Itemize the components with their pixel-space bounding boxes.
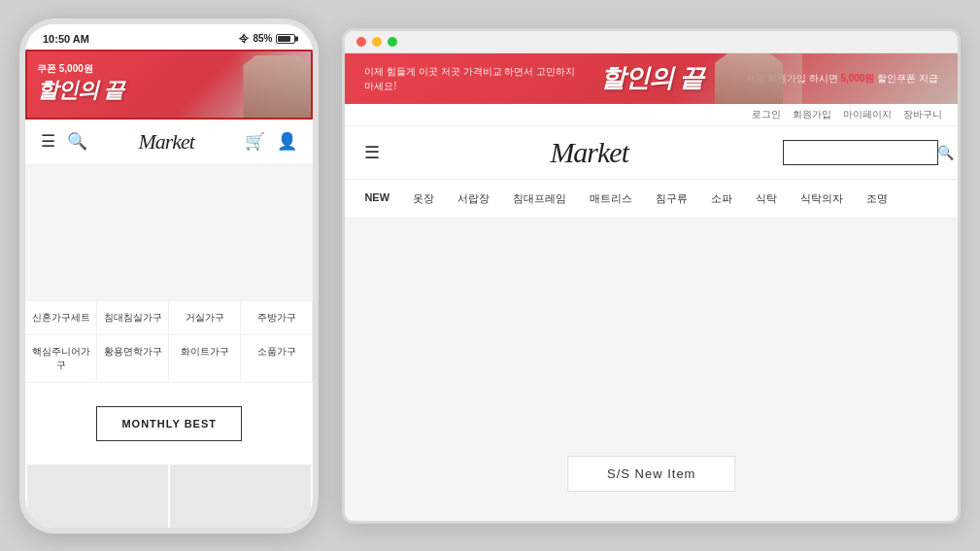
mobile-status-right: 令 85% — [239, 32, 295, 46]
desktop-cat-침구류[interactable]: 침구류 — [644, 188, 699, 210]
battery-icon — [276, 34, 295, 44]
mobile-category-grid: 신혼가구세트 침대침실가구 거실가구 주방가구 핵심주니어가구 황용면학가구 화… — [25, 300, 313, 383]
window-maximize-button[interactable] — [388, 37, 397, 47]
mobile-banner[interactable]: 쿠폰 5,000원 할인의 끝 — [25, 50, 313, 120]
mobile-cat-황용면학가구[interactable]: 황용면학가구 — [97, 335, 169, 383]
desktop-cat-서랍장[interactable]: 서랍장 — [446, 188, 501, 210]
desktop-banner-left-text: 이제 힘들게 이곳 저곳 가격비교 하면서 고민하지 마세요! — [364, 64, 580, 93]
desktop-device: 이제 힘들게 이곳 저곳 가격비교 하면서 고민하지 마세요! 할인의 끝 지금… — [342, 28, 961, 524]
mobile-cat-소품가구[interactable]: 소품가구 — [241, 335, 313, 383]
desktop-cat-식탁[interactable]: 식탁 — [744, 188, 789, 210]
desktop-cat-매트리스[interactable]: 매트리스 — [578, 188, 644, 210]
mobile-cat-거실가구[interactable]: 거실가구 — [169, 301, 241, 335]
desktop-cat-nav: NEW 옷장 서랍장 침대프레임 매트리스 침구류 소파 식탁 식탁의자 조명 — [345, 180, 958, 219]
mobile-product-thumbs — [25, 465, 313, 528]
desktop-search-input[interactable] — [792, 146, 937, 159]
window-close-button[interactable] — [356, 37, 366, 47]
desktop-cat-소파[interactable]: 소파 — [699, 188, 744, 210]
mobile-cat-주방가구[interactable]: 주방가구 — [241, 301, 313, 335]
mobile-product-grid — [25, 165, 313, 300]
battery-percent: 85% — [253, 33, 272, 44]
top-link-signup[interactable]: 회원가입 — [793, 108, 831, 121]
desktop-search-icon[interactable]: 🔍 — [937, 145, 954, 160]
desktop-model-silhouette — [715, 53, 783, 104]
desktop-titlebar — [345, 31, 958, 53]
search-icon[interactable]: 🔍 — [67, 131, 87, 152]
mobile-cat-핵심주니어가구[interactable]: 핵심주니어가구 — [25, 335, 97, 383]
desktop-logo: Market — [395, 136, 783, 169]
desktop-top-links: 로그인 회원가입 마이페이지 장바구니 — [345, 104, 958, 126]
desktop-banner[interactable]: 이제 힘들게 이곳 저곳 가격비교 하면서 고민하지 마세요! 할인의 끝 지금… — [345, 53, 958, 104]
desktop-content: S/S New Item — [345, 219, 958, 521]
top-link-cart[interactable]: 장바구니 — [903, 108, 942, 121]
mobile-nav-left-icons: ☰ 🔍 — [41, 131, 87, 152]
mobile-banner-models — [233, 52, 311, 120]
mobile-cat-침대침실가구[interactable]: 침대침실가구 — [97, 301, 169, 335]
mobile-product-thumb-1[interactable] — [27, 465, 168, 528]
monthly-best-button[interactable]: MONTHLY BEST — [96, 406, 242, 441]
mobile-cat-화이트가구[interactable]: 화이트가구 — [169, 335, 241, 383]
desktop-hamburger-icon[interactable]: ☰ — [364, 142, 380, 163]
model-silhouette — [243, 55, 311, 120]
desktop-banner-models — [715, 53, 802, 104]
mobile-status-bar: 10:50 AM 令 85% — [25, 24, 313, 50]
mobile-product-thumb-2[interactable] — [170, 465, 311, 528]
scene: 10:50 AM 令 85% 쿠폰 5,000원 할인의 끝 ☰ — [0, 0, 980, 551]
desktop-cat-침대프레임[interactable]: 침대프레임 — [501, 188, 578, 210]
mobile-banner-content: 쿠폰 5,000원 할인의 끝 — [27, 56, 133, 112]
user-icon[interactable]: 👤 — [277, 131, 297, 152]
mobile-content — [25, 165, 313, 300]
desktop-search-box: 🔍 — [783, 140, 938, 165]
mobile-coupon-label: 쿠폰 5,000원 — [37, 62, 123, 76]
mobile-cat-신혼가구세트[interactable]: 신혼가구세트 — [25, 301, 97, 335]
desktop-cat-옷장[interactable]: 옷장 — [401, 188, 446, 210]
desktop-header: ☰ Market 🔍 — [345, 126, 958, 180]
window-minimize-button[interactable] — [372, 37, 382, 47]
desktop-banner-title: 할인의 끝 — [581, 61, 723, 95]
mobile-device: 10:50 AM 令 85% 쿠폰 5,000원 할인의 끝 ☰ — [19, 18, 319, 534]
signal-icon: 令 — [239, 32, 249, 46]
top-link-mypage[interactable]: 마이페이지 — [843, 108, 892, 121]
mobile-logo: Market — [138, 129, 194, 155]
mobile-banner-title: 할인의 끝 — [37, 76, 123, 106]
mobile-time: 10:50 AM — [43, 33, 89, 45]
top-link-login[interactable]: 로그인 — [752, 108, 781, 121]
desktop-cat-식탁의자[interactable]: 식탁의자 — [789, 188, 855, 210]
desktop-cat-조명[interactable]: 조명 — [855, 188, 899, 210]
hamburger-icon[interactable]: ☰ — [41, 131, 55, 152]
cart-icon[interactable]: 🛒 — [245, 131, 265, 152]
desktop-new-item-banner[interactable]: S/S New Item — [567, 456, 735, 492]
desktop-cat-NEW[interactable]: NEW — [364, 188, 401, 210]
mobile-nav-right-icons: 🛒 👤 — [245, 131, 297, 152]
mobile-nav: ☰ 🔍 Market 🛒 👤 — [25, 120, 313, 165]
